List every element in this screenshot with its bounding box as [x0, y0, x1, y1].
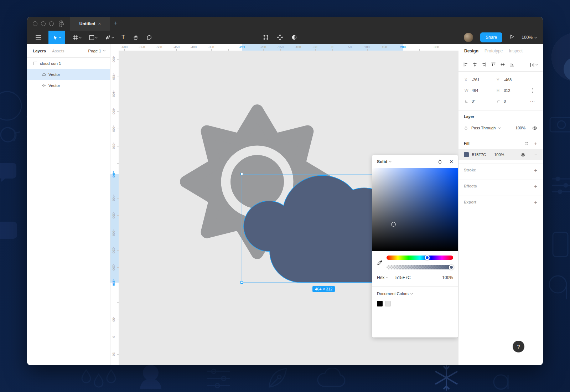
- tab-close-icon[interactable]: ×: [98, 21, 101, 26]
- blend-mode-icon[interactable]: [437, 159, 442, 164]
- document-colors-chevron-icon[interactable]: [410, 292, 413, 294]
- layer-row-sun-vector[interactable]: Vector: [27, 80, 110, 91]
- layer-row-frame[interactable]: cloud-sun 1: [27, 58, 110, 69]
- saturation-value-area[interactable]: [372, 168, 458, 251]
- add-export-icon[interactable]: +: [534, 199, 537, 205]
- canvas[interactable]: 464 × 312 -600-550-500-450-400-350-261-2…: [110, 44, 458, 365]
- fill-hex-value[interactable]: 515F7C: [472, 153, 486, 157]
- zoom-menu[interactable]: 100%: [522, 35, 537, 40]
- add-stroke-icon[interactable]: +: [534, 167, 537, 173]
- tab-design[interactable]: Design: [464, 48, 478, 53]
- alpha-slider-handle[interactable]: [449, 265, 454, 270]
- tab-inspect[interactable]: Inspect: [509, 48, 523, 53]
- y-position-field[interactable]: Y -468: [497, 78, 529, 82]
- more-options-icon[interactable]: ···: [530, 99, 535, 103]
- align-left-button[interactable]: [463, 62, 468, 67]
- fill-styles-icon[interactable]: [525, 141, 529, 145]
- blend-mode-chevron-icon[interactable]: [498, 126, 501, 129]
- page-selector[interactable]: Page 1: [88, 49, 105, 53]
- selection-handle-top-left[interactable]: [240, 173, 243, 175]
- fill-visibility-icon[interactable]: [520, 153, 525, 157]
- sv-cursor[interactable]: [391, 222, 396, 227]
- window-close-button[interactable]: [33, 21, 37, 26]
- height-value[interactable]: 312: [504, 88, 510, 93]
- window-controls[interactable]: [33, 21, 54, 26]
- window-maximize-button[interactable]: [49, 21, 54, 26]
- format-chevron-icon[interactable]: [386, 276, 388, 278]
- constrain-proportions-icon[interactable]: [530, 88, 534, 93]
- width-value[interactable]: 464: [472, 88, 478, 93]
- rotation-value[interactable]: 0°: [472, 99, 476, 103]
- hex-value-input[interactable]: 515F7C: [395, 275, 429, 280]
- blend-mode-value[interactable]: Pass Through: [471, 126, 496, 130]
- align-right-button[interactable]: [482, 62, 486, 67]
- add-effect-icon[interactable]: +: [534, 183, 537, 189]
- file-tab[interactable]: Untitled ×: [70, 17, 110, 31]
- vertical-ruler[interactable]: -800-750-700-650-600-550-468-400-350-300…: [110, 44, 119, 365]
- pen-tool-chevron-icon[interactable]: [112, 36, 114, 38]
- mask-button[interactable]: [291, 31, 297, 44]
- shape-tool-button[interactable]: [89, 31, 97, 44]
- help-button[interactable]: ?: [513, 341, 524, 352]
- selection-handle-bottom-left[interactable]: [240, 281, 243, 284]
- hue-slider[interactable]: [387, 256, 453, 260]
- present-button[interactable]: [509, 34, 514, 41]
- add-fill-icon[interactable]: +: [534, 140, 537, 146]
- layer-opacity-value[interactable]: 100%: [515, 126, 525, 130]
- opacity-input[interactable]: 100%: [442, 275, 453, 280]
- fill-opacity-value[interactable]: 100%: [494, 153, 504, 157]
- alpha-slider[interactable]: [387, 265, 453, 269]
- width-field[interactable]: W 464: [465, 88, 497, 93]
- distribute-button[interactable]: [530, 63, 538, 67]
- tab-layers[interactable]: Layers: [33, 49, 46, 53]
- move-tool-chevron-icon[interactable]: [58, 36, 61, 38]
- color-format-selector[interactable]: Hex: [377, 275, 395, 280]
- zoom-chevron-icon[interactable]: [534, 36, 537, 38]
- corner-radius-field[interactable]: 0: [497, 99, 529, 103]
- paint-type-chevron-icon[interactable]: [389, 160, 392, 163]
- comment-tool-button[interactable]: [146, 31, 152, 44]
- fill-row[interactable]: 515F7C 100% −: [458, 149, 543, 160]
- new-tab-button[interactable]: +: [114, 20, 118, 27]
- align-horizontal-center-button[interactable]: [473, 62, 477, 67]
- corner-radius-value[interactable]: 0: [504, 99, 506, 103]
- move-tool-button[interactable]: [48, 31, 65, 44]
- distribute-chevron-icon[interactable]: [535, 63, 538, 66]
- frame-tool-chevron-icon[interactable]: [79, 36, 82, 38]
- page-chevron-icon[interactable]: [103, 49, 105, 52]
- frame-tool-button[interactable]: [73, 31, 81, 44]
- text-tool-button[interactable]: T: [121, 31, 125, 44]
- main-menu-button[interactable]: [33, 31, 43, 44]
- blend-droplet-icon[interactable]: [464, 126, 468, 130]
- align-bottom-button[interactable]: [510, 62, 514, 67]
- pen-tool-button[interactable]: [105, 31, 114, 44]
- align-vertical-center-button[interactable]: [501, 62, 505, 67]
- fill-color-swatch[interactable]: [464, 152, 469, 157]
- horizontal-ruler[interactable]: -600-550-500-450-400-350-261-200-150-100…: [110, 44, 458, 51]
- y-value[interactable]: -468: [504, 78, 512, 82]
- hue-slider-handle[interactable]: [425, 255, 430, 260]
- layer-row-cloud-vector[interactable]: Vector: [27, 69, 110, 80]
- window-minimize-button[interactable]: [41, 21, 46, 26]
- paint-type-selector[interactable]: Solid: [377, 159, 387, 164]
- x-value[interactable]: -261: [472, 78, 480, 82]
- edit-object-button[interactable]: [263, 31, 269, 44]
- shape-tool-chevron-icon[interactable]: [95, 36, 98, 38]
- user-avatar[interactable]: [464, 33, 473, 42]
- document-color-swatch[interactable]: [377, 301, 383, 306]
- document-color-swatch[interactable]: [385, 301, 391, 306]
- remove-fill-icon[interactable]: −: [534, 152, 537, 158]
- rotation-field[interactable]: 0°: [465, 99, 497, 103]
- layer-visibility-icon[interactable]: [532, 126, 537, 130]
- tab-prototype[interactable]: Prototype: [484, 48, 503, 53]
- create-component-button[interactable]: [277, 31, 283, 44]
- hand-tool-button[interactable]: [133, 31, 139, 44]
- tab-assets[interactable]: Assets: [52, 49, 64, 53]
- eyedropper-icon[interactable]: [377, 260, 383, 265]
- align-top-button[interactable]: [491, 62, 496, 67]
- x-position-field[interactable]: X -261: [465, 78, 497, 82]
- document-colors-header[interactable]: Document Colors: [377, 292, 453, 296]
- height-field[interactable]: H 312: [497, 88, 529, 93]
- share-button[interactable]: Share: [480, 32, 502, 42]
- close-picker-icon[interactable]: ×: [450, 159, 453, 165]
